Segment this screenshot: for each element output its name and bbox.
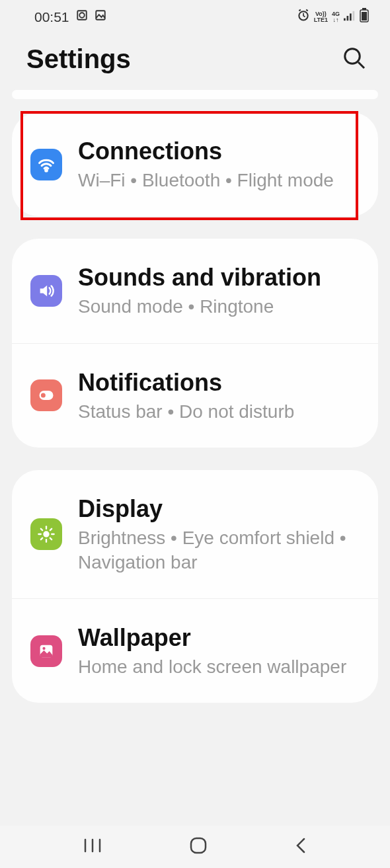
settings-item-sounds[interactable]: Sounds and vibration Sound mode • Ringto… xyxy=(12,239,378,342)
svg-point-13 xyxy=(46,169,48,171)
svg-rect-5 xyxy=(347,16,349,20)
signal-icon xyxy=(344,9,356,24)
recents-button[interactable] xyxy=(83,838,102,856)
svg-rect-0 xyxy=(77,11,87,20)
svg-line-24 xyxy=(50,529,52,530)
settings-item-wallpaper[interactable]: Wallpaper Home and lock screen wallpaper xyxy=(12,598,378,703)
item-text: Display Brightness • Eye comfort shield … xyxy=(78,494,360,574)
navigation-bar xyxy=(0,826,390,868)
svg-line-23 xyxy=(41,538,42,539)
back-button[interactable] xyxy=(294,836,307,857)
settings-item-notifications[interactable]: Notifications Status bar • Do not distur… xyxy=(12,343,378,448)
alarm-icon xyxy=(297,9,310,25)
search-icon[interactable] xyxy=(342,46,366,73)
volte-indicator: Vo)) LTE1 xyxy=(314,11,328,23)
svg-rect-4 xyxy=(344,19,346,21)
item-subtitle: Brightness • Eye comfort shield • Naviga… xyxy=(78,526,360,574)
clock-icon xyxy=(76,9,88,24)
arrows-icon: ↓↑ xyxy=(332,17,338,23)
sound-icon xyxy=(30,275,62,307)
svg-point-1 xyxy=(79,13,85,18)
item-subtitle: Sound mode • Ringtone xyxy=(78,295,360,319)
svg-rect-6 xyxy=(350,13,352,20)
item-title: Notifications xyxy=(78,368,360,397)
item-subtitle: Status bar • Do not disturb xyxy=(78,400,360,424)
status-time: 00:51 xyxy=(34,9,69,25)
settings-card-sounds: Sounds and vibration Sound mode • Ringto… xyxy=(12,239,378,448)
home-button[interactable] xyxy=(188,836,208,858)
svg-point-26 xyxy=(42,647,45,649)
item-text: Sounds and vibration Sound mode • Ringto… xyxy=(78,262,360,319)
brightness-icon xyxy=(30,518,62,550)
thin-card xyxy=(12,90,378,99)
item-text: Notifications Status bar • Do not distur… xyxy=(78,368,360,424)
svg-line-12 xyxy=(358,62,364,68)
settings-card-display: Display Brightness • Eye comfort shield … xyxy=(12,470,378,703)
settings-item-connections[interactable]: Connections Wi–Fi • Bluetooth • Flight m… xyxy=(12,112,378,216)
item-subtitle: Home and lock screen wallpaper xyxy=(78,655,360,679)
item-title: Sounds and vibration xyxy=(78,262,360,292)
status-bar: 00:51 Vo)) LTE1 4G ↓↑ xyxy=(0,0,390,28)
battery-icon xyxy=(360,8,369,26)
notification-icon xyxy=(30,379,62,411)
svg-point-15 xyxy=(41,393,46,398)
svg-point-16 xyxy=(43,531,49,537)
network-indicator: 4G ↓↑ xyxy=(332,11,340,23)
wifi-icon xyxy=(30,149,62,180)
svg-point-11 xyxy=(345,48,360,63)
svg-line-22 xyxy=(50,538,52,539)
item-text: Connections Wi–Fi • Bluetooth • Flight m… xyxy=(78,136,360,192)
item-text: Wallpaper Home and lock screen wallpaper xyxy=(78,623,360,679)
lte-text: LTE1 xyxy=(314,17,328,23)
status-left: 00:51 xyxy=(34,9,106,25)
settings-card-connections: Connections Wi–Fi • Bluetooth • Flight m… xyxy=(12,112,378,216)
wallpaper-icon xyxy=(30,635,62,667)
page-title: Settings xyxy=(26,44,131,74)
settings-header: Settings xyxy=(0,28,390,90)
item-subtitle: Wi–Fi • Bluetooth • Flight mode xyxy=(78,169,360,192)
status-right: Vo)) LTE1 4G ↓↑ xyxy=(297,8,369,26)
settings-item-display[interactable]: Display Brightness • Eye comfort shield … xyxy=(12,470,378,598)
item-title: Wallpaper xyxy=(78,623,360,652)
item-title: Display xyxy=(78,494,360,524)
picture-icon xyxy=(95,9,106,24)
svg-rect-7 xyxy=(353,11,355,20)
svg-rect-30 xyxy=(191,838,206,853)
svg-rect-10 xyxy=(362,12,367,20)
item-title: Connections xyxy=(78,136,360,166)
svg-line-21 xyxy=(41,529,42,530)
